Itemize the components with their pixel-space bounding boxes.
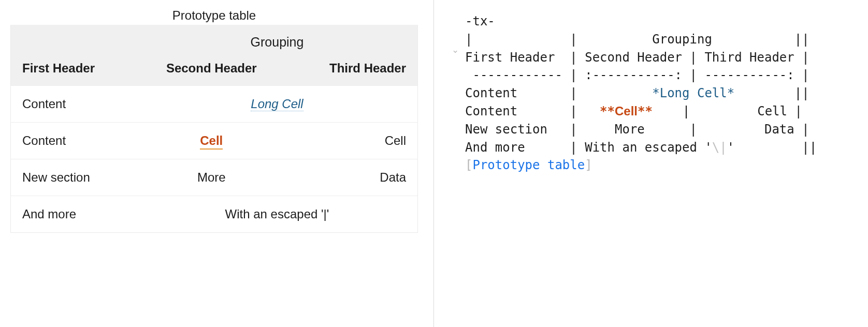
strong-cell-link[interactable]: Cell [200,133,223,150]
col-header-1: First Header [11,53,137,86]
source-line: ------------ | :-----------: | ---------… [465,68,809,82]
source-line: New section | More | Data | [465,122,809,137]
cell-strong: Cell [137,123,286,159]
source-editor[interactable]: -tx- | | Grouping || First Header | Seco… [434,12,868,174]
fold-chevron-icon[interactable]: ⌄ [452,44,459,55]
source-emphasis: *Long Cell* [652,86,734,100]
preview-pane: Prototype table Grouping First Header Se… [0,0,434,327]
cell-escaped: With an escaped '|' [137,196,418,233]
source-pane[interactable]: ⌄ -tx- | | Grouping || First Header | Se… [434,0,868,327]
cell: New section [11,159,137,196]
source-line: | | Grouping || [465,32,809,47]
cell: Cell [286,123,418,159]
source-strong: **Cell** [600,104,653,118]
cell: And more [11,196,137,233]
table-row: New section More Data [11,159,418,196]
table-row: Content Long Cell [11,86,418,123]
table-row: Content Cell Cell [11,123,418,159]
cell: Data [286,159,418,196]
source-line: Content | **Cell** | Cell | [465,104,802,118]
source-line: Content | *Long Cell* || [465,86,809,100]
cell: Content [11,123,137,159]
group-header: Grouping [137,25,418,53]
source-line: -tx- [465,14,495,28]
group-header-empty [11,25,137,53]
source-line: And more | With an escaped '\|' || [465,140,817,155]
table-row: And more With an escaped '|' [11,196,418,233]
col-header-3: Third Header [286,53,418,86]
cell: Content [11,86,137,123]
col-header-2: Second Header [137,53,286,86]
cell: More [137,159,286,196]
long-cell-link[interactable]: Long Cell [251,97,303,111]
prototype-table: Grouping First Header Second Header Thir… [10,25,418,233]
table-caption: Prototype table [10,8,418,23]
source-line: First Header | Second Header | Third Hea… [465,50,809,65]
source-line: [Prototype table] [465,158,592,172]
source-caption-link: Prototype table [472,158,585,172]
source-escape: \| [712,140,727,155]
cell-long: Long Cell [137,86,418,123]
